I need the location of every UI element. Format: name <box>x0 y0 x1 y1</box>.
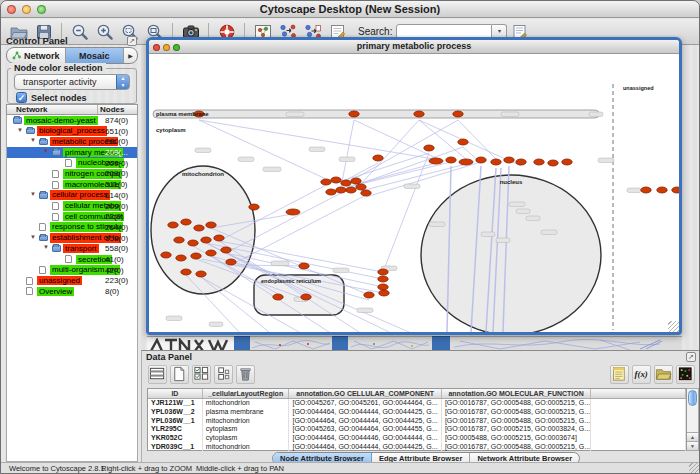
close-button[interactable] <box>7 5 16 14</box>
network-node[interactable] <box>534 159 544 165</box>
table-row[interactable]: YPL036W__1mitochondrion[GO:0044464, GO:0… <box>148 417 686 426</box>
table-row[interactable]: YDR039C__1mitochondrion[GO:0044464, GO:0… <box>148 443 686 452</box>
disclosure-triangle-icon[interactable]: ▼ <box>43 148 49 154</box>
network-node[interactable] <box>206 250 216 256</box>
network-resize-grip[interactable] <box>668 321 679 332</box>
network-node[interactable] <box>326 189 336 195</box>
background-window-fragment[interactable] <box>234 336 250 350</box>
tree-row-primary-metabo[interactable]: ▼primary metabo209(... <box>7 147 137 158</box>
tree-column-network[interactable]: Network <box>7 105 97 114</box>
network-node[interactable] <box>331 177 341 183</box>
background-window-fragment[interactable] <box>147 336 234 350</box>
network-node[interactable] <box>188 240 198 246</box>
column-header-id[interactable]: ID <box>148 389 203 398</box>
network-node[interactable] <box>356 184 366 190</box>
table-row[interactable]: YKR052Ccytoplasm[GO:0044464, GO:0044446,… <box>148 434 686 443</box>
network-node[interactable] <box>214 235 224 241</box>
network-node[interactable] <box>206 222 216 228</box>
tree-row-mosaic-demo-yeast[interactable]: mosaic-demo-yeast874(0) <box>7 115 137 126</box>
network-node[interactable] <box>378 276 388 282</box>
background-window-fragment[interactable] <box>250 336 332 350</box>
tree-row-cellular-process[interactable]: ▼cellular process614(0) <box>7 190 137 201</box>
network-node[interactable] <box>424 145 434 151</box>
network-node[interactable] <box>181 219 191 225</box>
network-window-titlebar[interactable]: primary metabolic process <box>149 40 679 54</box>
table-row[interactable]: YPL036W__2plasma membrane[GO:0044464, GO… <box>148 408 686 417</box>
network-node[interactable] <box>453 111 463 117</box>
network-node[interactable] <box>221 247 231 253</box>
tree-row-cellular-metabo[interactable]: cellular metabo209(0) <box>7 201 137 212</box>
tree-row-secretion[interactable]: secretion41(0) <box>7 254 137 265</box>
network-node[interactable] <box>414 111 424 117</box>
network-node[interactable] <box>346 187 356 193</box>
network-node[interactable] <box>562 159 572 165</box>
unselect-attributes-button[interactable] <box>214 365 233 384</box>
network-node[interactable] <box>161 252 171 258</box>
network-node[interactable] <box>378 284 388 290</box>
title-bar[interactable]: Cytoscape Desktop (New Session) <box>1 1 699 18</box>
network-node[interactable] <box>548 160 558 166</box>
network-node[interactable] <box>196 271 206 277</box>
network-node[interactable] <box>459 159 473 165</box>
network-node[interactable] <box>181 269 191 275</box>
background-window-fragment[interactable] <box>450 336 682 350</box>
zoom-button[interactable] <box>37 5 46 14</box>
column-header-annotation-go-molecular-function[interactable]: annotation.GO MOLECULAR_FUNCTION <box>442 389 591 398</box>
tree-row-transport[interactable]: ▼transport558(0) <box>7 243 137 254</box>
network-node[interactable] <box>168 222 178 228</box>
column-header-annotation-go-cellular-component[interactable]: annotation.GO CELLULAR_COMPONENT <box>289 389 441 398</box>
network-node[interactable] <box>201 237 211 243</box>
import-attributes-button[interactable] <box>654 365 673 384</box>
network-node[interactable] <box>504 157 514 163</box>
network-node[interactable] <box>349 111 359 117</box>
create-attribute-button[interactable] <box>170 365 189 384</box>
network-node[interactable] <box>516 159 526 165</box>
disclosure-triangle-icon[interactable]: ▼ <box>30 234 36 240</box>
tab-overflow-arrow-icon[interactable]: ▶ <box>124 48 137 63</box>
network-node[interactable] <box>174 237 184 243</box>
float-panel-icon[interactable]: ↗ <box>686 352 696 362</box>
attribute-matrix-button[interactable] <box>676 365 695 384</box>
network-node[interactable] <box>351 178 361 184</box>
network-close-button[interactable] <box>153 44 160 51</box>
window-resize-grip[interactable] <box>689 463 699 473</box>
network-node[interactable] <box>194 225 204 231</box>
column-header-blank[interactable] <box>591 389 686 398</box>
network-node[interactable] <box>321 179 331 185</box>
network-node[interactable] <box>226 259 236 265</box>
network-minimize-button[interactable] <box>163 44 170 51</box>
network-node[interactable] <box>301 294 311 300</box>
scroll-down-icon[interactable]: ▼ <box>687 441 698 450</box>
float-panel-icon[interactable]: ↗ <box>127 36 137 46</box>
network-node[interactable] <box>476 157 486 163</box>
disclosure-triangle-icon[interactable]: ▼ <box>30 137 36 143</box>
disclosure-triangle-icon[interactable]: ▼ <box>17 127 23 133</box>
tree-row-macromolecule[interactable]: macromolecule311(0) <box>7 179 137 190</box>
tab-network[interactable]: Network <box>7 48 66 63</box>
column-header--cellularlayoutregion[interactable]: _cellularLayoutRegion <box>203 389 290 398</box>
network-view-window[interactable]: primary metabolic process plasma membran… <box>146 37 682 335</box>
network-node[interactable] <box>672 187 679 193</box>
table-scrollbar[interactable]: ▲ ▼ <box>687 388 699 451</box>
scroll-up-icon[interactable]: ▲ <box>687 432 698 441</box>
network-node[interactable] <box>176 255 186 261</box>
select-attributes-button[interactable] <box>192 365 211 384</box>
network-zoom-button[interactable] <box>173 44 180 51</box>
tree-row-nitrogen-compo[interactable]: nitrogen compo209(0) <box>7 168 137 179</box>
network-node[interactable] <box>273 294 283 300</box>
tree-row-response-to-stimulu[interactable]: response to stimulu264(0) <box>7 222 137 233</box>
network-node[interactable] <box>361 190 371 196</box>
network-node[interactable] <box>373 155 383 161</box>
disclosure-triangle-icon[interactable]: ▼ <box>43 244 49 250</box>
tree-row-cell-communicat[interactable]: cell communicat22(0) <box>7 211 137 222</box>
network-node[interactable] <box>657 187 667 193</box>
network-node[interactable] <box>286 209 300 215</box>
network-node[interactable] <box>378 269 388 275</box>
tree-row-nucleobase-[interactable]: nucleobase-209(0) <box>7 158 137 169</box>
background-window-fragment[interactable] <box>332 336 348 350</box>
network-node[interactable] <box>379 290 389 296</box>
tree-row-establishment-of-lo[interactable]: ▼establishment of lo558(0) <box>7 233 137 244</box>
network-node[interactable] <box>446 157 456 163</box>
disclosure-triangle-icon[interactable]: ▼ <box>30 191 36 197</box>
notes-button[interactable] <box>610 365 629 384</box>
